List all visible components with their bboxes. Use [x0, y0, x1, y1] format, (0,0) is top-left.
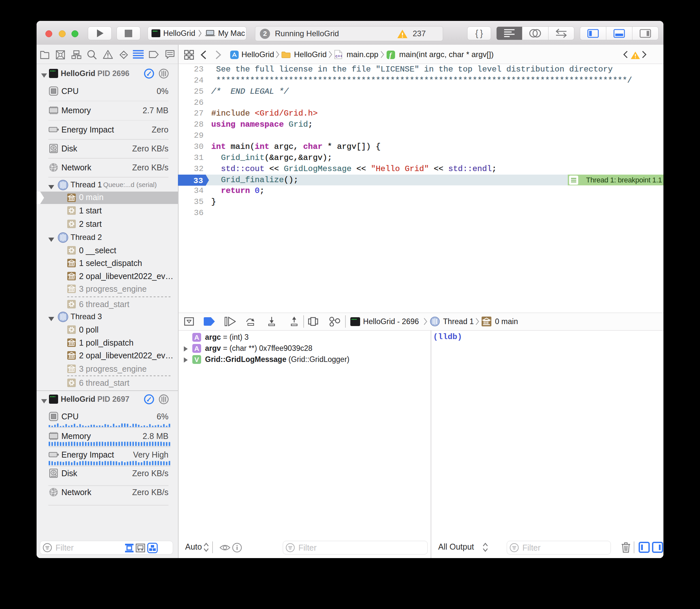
svg-text:c++: c++ [335, 53, 342, 58]
